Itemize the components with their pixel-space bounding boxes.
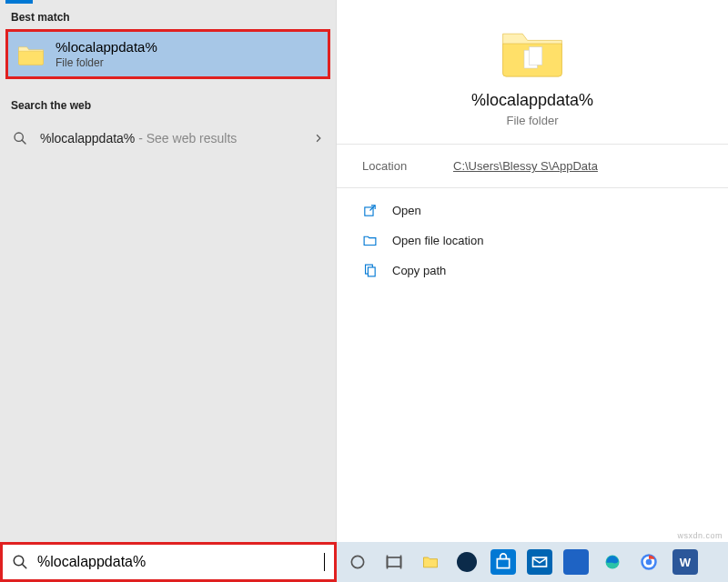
location-label: Location (362, 159, 453, 173)
taskbar-word[interactable]: W (670, 547, 701, 577)
action-copy-path[interactable]: Copy path (351, 256, 713, 286)
web-search-result[interactable]: %localappdata% - See web results (0, 121, 336, 156)
action-label: Open file location (392, 234, 483, 247)
taskbar-app-dell[interactable] (451, 547, 482, 577)
text-caret (324, 553, 325, 571)
location-row: Location C:\Users\Blessy S\AppData (337, 145, 728, 187)
tab-strip (0, 0, 336, 4)
results-pane: Best match %localappdata% File folder Se… (0, 0, 337, 542)
svg-line-8 (22, 564, 26, 568)
watermark: wsxdn.com (677, 531, 723, 540)
task-view-button[interactable] (379, 547, 410, 577)
best-match-subtitle: File folder (56, 56, 157, 69)
action-label: Copy path (392, 264, 446, 277)
best-match-text: %localappdata% File folder (56, 39, 157, 69)
taskbar-edge[interactable] (597, 547, 628, 577)
cortana-button[interactable] (342, 547, 373, 577)
search-icon (12, 554, 28, 570)
action-open-location[interactable]: Open file location (351, 226, 713, 256)
taskbar-app-blue[interactable] (561, 547, 592, 577)
svg-rect-6 (368, 267, 375, 276)
action-label: Open (392, 204, 421, 217)
taskbar-file-explorer[interactable] (415, 547, 446, 577)
taskbar-mail[interactable] (524, 547, 555, 577)
folder-icon (500, 25, 565, 78)
web-result-term: %localappdata% (40, 131, 135, 146)
chevron-right-icon (314, 134, 323, 143)
active-tab-indicator (5, 0, 33, 4)
preview-title: %localappdata% (355, 91, 710, 110)
best-match-header: Best match (0, 4, 336, 29)
svg-line-1 (22, 140, 25, 144)
actions-list: Open Open file location Copy path (337, 188, 728, 286)
search-web-header: Search the web (0, 92, 336, 117)
bottom-bar: W (0, 542, 728, 582)
search-input[interactable] (37, 554, 324, 570)
search-icon (13, 131, 27, 146)
search-box[interactable] (0, 542, 337, 582)
taskbar: W (337, 542, 728, 582)
svg-point-9 (351, 556, 363, 567)
open-icon (362, 203, 378, 218)
best-match-title: %localappdata% (56, 39, 157, 55)
web-result-hint: - See web results (135, 131, 237, 146)
copy-icon (362, 263, 378, 278)
taskbar-chrome[interactable] (633, 547, 664, 577)
folder-location-icon (362, 233, 378, 248)
best-match-result[interactable]: %localappdata% File folder (5, 29, 330, 79)
location-link[interactable]: C:\Users\Blessy S\AppData (453, 159, 598, 173)
preview-pane: %localappdata% File folder Location C:\U… (337, 0, 728, 542)
action-open[interactable]: Open (351, 196, 713, 226)
preview-type: File folder (355, 114, 710, 127)
taskbar-store[interactable] (488, 547, 519, 577)
svg-rect-10 (388, 557, 401, 567)
svg-rect-3 (529, 47, 541, 65)
folder-icon (17, 43, 45, 66)
